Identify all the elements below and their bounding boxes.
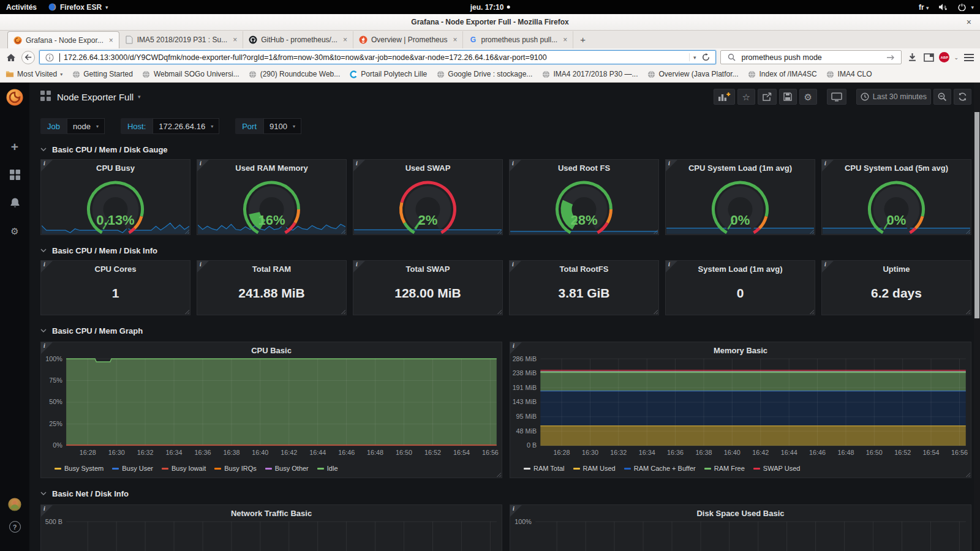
legend-item[interactable]: RAM Free [704,465,745,472]
legend-item[interactable]: SWAP Used [753,465,801,472]
tv-mode-button[interactable] [827,89,846,105]
zoom-out-button[interactable] [933,89,951,105]
section-header-info[interactable]: Basic CPU / Mem / Disk Info [40,246,971,255]
bookmark-item[interactable]: Index of /IMA4SC [748,70,817,78]
star-button[interactable]: ☆ [737,89,755,105]
panel-title[interactable]: Disk Space Used Basic [510,505,971,518]
add-panel-button[interactable] [714,89,735,105]
search-go-icon[interactable] [884,54,897,61]
search-bar[interactable]: prometheus push mode [720,50,902,64]
bookmark-item[interactable]: Getting Started [72,70,133,78]
bookmark-item[interactable]: IMA4 2017/2018 P30 —... [541,70,638,78]
panel-info-corner[interactable] [197,160,209,171]
variable-value-dropdown[interactable]: 172.26.64.16▾ [153,118,219,134]
panel-title[interactable]: Total SWAP [353,261,502,274]
scrollbar-thumb[interactable] [974,112,979,318]
tab-3[interactable]: GitHub - prometheus/...× [243,31,353,48]
panel-title[interactable]: Total RAM [197,261,346,274]
back-button[interactable] [21,51,35,64]
time-range-button[interactable]: Last 30 minutes [856,89,931,105]
panel-title[interactable]: Total RootFS [510,261,658,274]
panel-title[interactable]: CPU Cores [41,261,190,274]
power-menu[interactable]: ▾ [958,3,974,11]
app-menu[interactable]: Firefox ESR ▾ [48,3,108,12]
tab-close-icon[interactable]: × [453,36,457,44]
panel-info-corner[interactable] [510,160,521,171]
panel-title[interactable]: Used RAM Memory [197,160,346,173]
legend-item[interactable]: RAM Used [573,465,616,472]
page-scrollbar[interactable] [974,83,980,551]
new-tab-button[interactable]: + [573,34,592,45]
menu-hamburger-icon[interactable] [963,54,975,61]
url-text[interactable]: 172.26.64.13:3000/d/Y9CWDqfmk/node-expor… [64,53,685,62]
tab-5[interactable]: Gprometheus push pull...× [463,31,573,48]
sidebar-item-plus[interactable]: + [8,140,21,153]
legend-item[interactable]: Busy System [55,465,104,472]
sidebar-item-dashboards[interactable] [8,168,21,181]
home-icon[interactable] [5,53,17,62]
panel-title[interactable]: Used Root FS [510,160,658,173]
panel-title[interactable]: CPU Basic [41,342,502,355]
panel-title[interactable]: CPU Busy [41,160,190,173]
clock-menu[interactable]: jeu. 17:10 [470,3,510,12]
section-header-gauges[interactable]: Basic CPU / Mem / Disk Gauge [40,144,971,154]
legend-item[interactable]: RAM Cache + Buffer [624,465,696,472]
legend-item[interactable]: Busy Other [265,465,309,472]
tab-4[interactable]: Overview | Prometheus× [353,31,464,48]
url-dropdown-icon[interactable]: ▾ [693,54,696,61]
variable-port[interactable]: Port9100▾ [235,118,301,134]
panel-title[interactable]: Used SWAP [353,160,502,173]
bookmark-item[interactable]: Google Drive : stockage... [436,70,532,78]
refresh-button[interactable] [954,89,971,105]
url-bar[interactable]: 172.26.64.13:3000/d/Y9CWDqfmk/node-expor… [39,50,716,64]
panel-title[interactable]: CPU System Load (5m avg) [822,160,971,173]
panel-info-corner[interactable] [666,261,677,272]
keyboard-layout-menu[interactable]: fr ▾ [919,3,929,12]
panel-info-corner[interactable] [822,160,834,171]
panel-info-corner[interactable] [41,160,53,171]
panel-title[interactable]: Memory Basic [510,342,971,355]
adblock-dropdown-icon[interactable]: ⌄ [954,54,959,61]
share-button[interactable] [758,89,777,105]
panel-info-corner[interactable] [666,160,677,171]
panel-title[interactable]: CPU System Load (1m avg) [666,160,815,173]
panel-info-corner[interactable] [41,505,53,517]
bookmark-item[interactable]: Overview (Java Platfor... [647,70,738,78]
search-input[interactable]: prometheus push mode [741,53,881,62]
panel-info-corner[interactable] [41,342,53,354]
panel-title[interactable]: Uptime [822,261,971,274]
legend-item[interactable]: RAM Total [524,465,565,472]
sidebar-item-alerting[interactable] [8,196,21,209]
save-button[interactable] [779,89,797,105]
panel-info-corner[interactable] [510,342,522,354]
tab-close-icon[interactable]: × [233,36,237,44]
bookmark-item[interactable]: Most Visited▾ [6,70,62,78]
section-header-graphs[interactable]: Basic CPU / Mem Graph [40,326,971,335]
panel-info-corner[interactable] [41,261,53,272]
variable-host[interactable]: Host:172.26.64.16▾ [121,118,219,134]
bookmark-item[interactable]: (290) Roundcube Web... [249,70,341,78]
tab-2[interactable]: IMA5 2018/2019 P31 : Su...× [119,31,243,48]
variable-job[interactable]: Jobnode▾ [40,118,105,134]
legend-item[interactable]: Busy IRQs [214,465,257,472]
panel-title[interactable]: System Load (1m avg) [666,261,815,274]
legend-item[interactable]: Busy User [112,465,153,472]
tab-close-icon[interactable]: × [109,36,113,45]
window-close-button[interactable]: × [967,17,971,27]
site-info-icon[interactable] [43,53,56,62]
panel-info-corner[interactable] [197,261,209,272]
download-icon[interactable] [906,53,918,62]
reload-icon[interactable] [699,53,712,61]
bookmark-item[interactable]: Portail Polytech Lille [349,70,427,78]
panel-info-corner[interactable] [510,505,522,517]
dashboard-title[interactable]: Node Exporter Full ▾ [57,92,141,102]
panel-info-corner[interactable] [353,261,365,272]
panel-title[interactable]: Network Traffic Basic [41,505,502,518]
sidebar-item-settings[interactable]: ⚙ [8,224,21,238]
settings-button[interactable]: ⚙ [799,89,817,105]
help-button[interactable]: ? [9,521,21,533]
panel-info-corner[interactable] [822,261,834,272]
section-header-net[interactable]: Basic Net / Disk Info [40,489,971,498]
adblock-plus-icon[interactable]: ABP [939,52,949,62]
legend-item[interactable]: Idle [317,465,338,472]
